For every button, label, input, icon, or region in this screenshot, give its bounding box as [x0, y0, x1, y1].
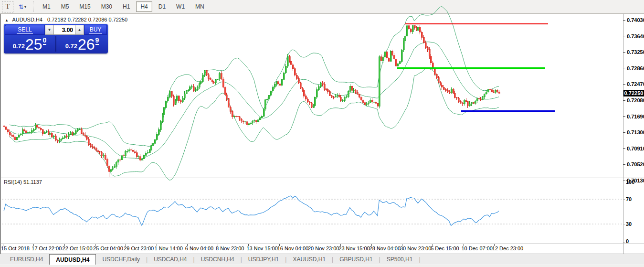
candle-bear: [447, 90, 448, 92]
candle-bull: [22, 129, 23, 134]
candle-bull: [261, 116, 263, 117]
candle-bear: [208, 75, 209, 78]
price-tick-label: 0.70910: [627, 146, 644, 151]
candle-bull: [244, 122, 246, 122]
candle-bear: [12, 135, 14, 137]
candle-bear: [462, 103, 463, 104]
candle-bear: [296, 75, 297, 78]
candle-bear: [243, 121, 244, 121]
volume-increase-button[interactable]: ▲: [75, 25, 84, 35]
tab-USDJPY-H1[interactable]: USDJPY,H1: [242, 254, 285, 265]
candle-bear: [23, 129, 25, 131]
candle-bull: [412, 26, 413, 32]
candle-bull: [202, 75, 203, 82]
candle-bear: [454, 93, 455, 97]
candle-bull: [217, 79, 218, 80]
candle-bear: [327, 90, 328, 92]
candle-bull: [145, 153, 147, 155]
candle-bull: [35, 125, 36, 129]
candle-bull: [137, 157, 139, 157]
candle-bear: [423, 37, 424, 43]
candle-bear: [106, 160, 108, 166]
candle-bear: [40, 128, 42, 129]
candle-bull: [169, 92, 170, 97]
candle-bull: [204, 71, 205, 75]
volume-input[interactable]: [54, 25, 75, 35]
candle-bull: [397, 64, 399, 66]
time-tick-label: 25 Oct 04:00: [93, 246, 123, 251]
candle-bear: [226, 95, 227, 99]
candle-bull: [158, 129, 159, 134]
candle-bull: [366, 104, 367, 105]
candle-bear: [294, 69, 296, 75]
candle-bull: [379, 57, 380, 107]
sell-price-pips: 25: [25, 37, 42, 52]
candle-bull: [335, 96, 336, 97]
candle-bear: [228, 99, 229, 107]
candle-bull: [49, 133, 51, 135]
candle-bear: [326, 89, 327, 90]
candle-bear: [309, 102, 310, 103]
tab-USDCHF-Daily[interactable]: USDCHF,Daily: [96, 254, 146, 265]
candle-bear: [445, 89, 446, 90]
time-tick-label: 12 Dec 23:00: [492, 246, 523, 251]
candle-bull: [128, 150, 130, 151]
candle-bear: [222, 79, 224, 87]
time-tick-label: 20 Nov 23:00: [308, 246, 339, 251]
candle-bear: [130, 150, 132, 150]
candle-bull: [176, 96, 178, 100]
tab-AUDUSD-H4[interactable]: AUDUSD,H4: [49, 254, 96, 265]
chart-tabs-bar: EURUSD,H4AUDUSD,H4USDCHF,Daily|USDCAD,H4…: [0, 254, 644, 265]
candle-bull: [147, 152, 148, 153]
candle-bear: [443, 87, 444, 89]
sell-button[interactable]: SELL: [5, 25, 45, 35]
price-tick-label: 0.71690: [627, 114, 644, 119]
candle-bear: [351, 86, 353, 90]
candle-bull: [248, 124, 250, 125]
candle-bear: [360, 97, 362, 100]
candle-bear: [449, 92, 450, 93]
tab-SP500-H1[interactable]: SP500,H1: [380, 254, 419, 265]
tab-USDCAD-H4[interactable]: USDCAD,H4: [148, 254, 193, 265]
price-tick-label: 0.73250: [627, 49, 644, 55]
buy-price-pips: 26: [78, 37, 95, 52]
candle-bear: [178, 96, 179, 101]
candle-bull: [154, 139, 156, 143]
candle-bear: [391, 51, 393, 55]
candle-bear: [473, 103, 474, 103]
candle-bull: [165, 101, 167, 107]
collapse-triangle-icon[interactable]: ▲: [5, 18, 9, 22]
candle-bear: [279, 84, 281, 85]
candle-bull: [373, 102, 375, 102]
price-tick-label: 0.72080: [627, 97, 644, 103]
candle-bear: [66, 136, 67, 137]
buy-price-button[interactable]: 0.72 26 9: [56, 35, 108, 53]
candle-bull: [370, 100, 371, 103]
tab-USDCNH-H4[interactable]: USDCNH,H4: [195, 254, 241, 265]
candle-bear: [338, 96, 340, 97]
tabs-spacer: [0, 254, 4, 265]
buy-button[interactable]: BUY: [84, 25, 107, 35]
price-tick-label: 0.73640: [627, 33, 644, 39]
candle-bear: [95, 149, 97, 151]
tab-EURUSD-H4[interactable]: EURUSD,H4: [4, 254, 49, 265]
candle-bull: [75, 131, 76, 134]
candle-bull: [252, 121, 253, 123]
candle-bull: [160, 121, 161, 129]
tab-GBPUSD-H1[interactable]: GBPUSD,H1: [333, 254, 379, 265]
candle-bull: [257, 120, 259, 122]
buy-price-prefix: 0.72: [65, 43, 77, 50]
sell-price-button[interactable]: 0.72 25 0: [4, 35, 55, 53]
time-tick-label: 5 Dec 15:00: [431, 246, 459, 251]
price-tick-label: 0.71300: [627, 129, 644, 135]
tab-XAUUSD-H1[interactable]: XAUUSD,H1: [286, 254, 332, 265]
volume-decrease-button[interactable]: ▼: [45, 25, 54, 35]
candle-bull: [152, 143, 154, 146]
candle-bear: [136, 153, 137, 157]
candle-bear: [414, 26, 415, 28]
candle-bear: [393, 55, 395, 59]
candle-bear: [434, 69, 435, 75]
candle-bear: [416, 28, 417, 31]
candle-bear: [241, 119, 242, 121]
candle-bear: [25, 131, 27, 133]
